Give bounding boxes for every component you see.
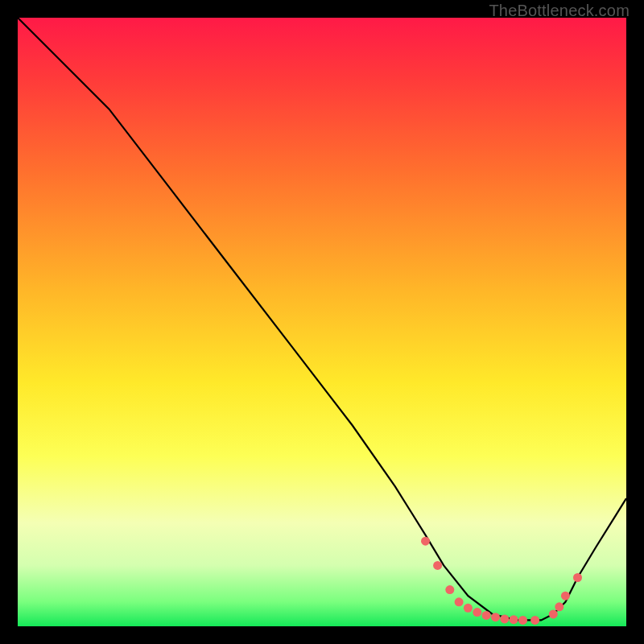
series-curve <box>18 18 626 620</box>
marker-dot <box>482 611 491 620</box>
trough-markers <box>421 537 582 625</box>
marker-dot <box>549 609 558 618</box>
marker-dot <box>491 613 500 621</box>
marker-dot <box>455 597 464 606</box>
chart-container: TheBottleneck.com <box>0 0 644 644</box>
marker-dot <box>421 537 430 546</box>
watermark-text: TheBottleneck.com <box>489 2 630 20</box>
marker-dot <box>445 585 454 594</box>
marker-dot <box>510 615 518 624</box>
marker-dot <box>433 561 442 570</box>
marker-dot <box>464 604 473 613</box>
chart-svg <box>18 18 626 626</box>
marker-dot <box>561 592 570 601</box>
marker-dot <box>555 602 564 611</box>
marker-dot <box>518 616 527 625</box>
marker-dot <box>573 573 582 582</box>
plot-area <box>18 18 626 626</box>
marker-dot <box>530 616 539 625</box>
marker-dot <box>500 614 509 623</box>
marker-dot <box>473 608 481 617</box>
